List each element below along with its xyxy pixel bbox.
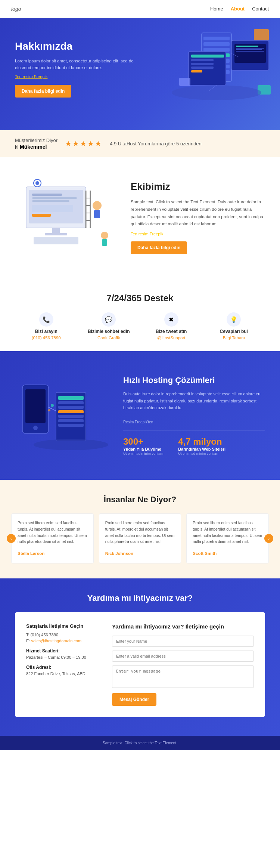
hero-content: Hakkımızda Lorem ipsum dolor sit amet, c… [15, 40, 142, 98]
testimonials-section: İnsanlar Ne Diyor? ‹ Proin sed libero en… [0, 480, 280, 578]
svg-rect-52 [58, 396, 84, 400]
contact-info-title: Satışlarla İletişime Geçin [26, 623, 101, 629]
rating-strong: Mükemmel [20, 144, 47, 150]
svg-rect-19 [236, 51, 264, 52]
team-illustration [15, 176, 119, 259]
svg-rect-2 [203, 42, 230, 46]
rating-stars: ★★★★★ [65, 139, 102, 148]
hours-value: Pazartesi – Cuma: 09:00 – 19:00 [26, 655, 101, 660]
support-item-phone: 📞 Bizi arayın (010) 456 7890 [15, 312, 78, 340]
message-input[interactable] [112, 665, 254, 688]
support-tweet-title: Bize tweet atın [144, 329, 199, 334]
svg-point-61 [48, 409, 50, 411]
nav-contact[interactable]: Contact [252, 6, 269, 12]
chat-icon: 💬 [102, 312, 116, 327]
nav-about[interactable]: About [231, 6, 245, 12]
nav-home[interactable]: Home [210, 6, 223, 12]
svg-rect-34 [45, 233, 67, 235]
support-tweet-sub: @HostSupport [144, 336, 199, 340]
svg-rect-20 [254, 29, 269, 40]
hosting-title: Hızlı Hosting Çözümleri [123, 376, 265, 385]
contact-email-link[interactable]: sales@ihostingdomain.com [31, 639, 81, 643]
hosting-illustration [15, 370, 112, 461]
team-section: Ekibimiz Sample text. Click to select th… [0, 157, 280, 278]
svg-rect-12 [191, 67, 214, 69]
svg-rect-11 [191, 63, 214, 65]
carousel-next-button[interactable]: › [264, 534, 273, 543]
testimonial-text-1: Proin sed libero enim sed faucibus turpi… [18, 520, 87, 545]
testimonial-author-1: Stella Larson [18, 550, 87, 557]
support-item-chat: 💬 Bizimle sohbet edin Canlı Grafik [78, 312, 140, 340]
svg-rect-3 [203, 48, 230, 52]
phone-icon: 📞 [39, 312, 53, 327]
team-title: Ekibimiz [131, 181, 265, 192]
stat-sites-label: Barındırılan Web Siteleri [178, 447, 225, 451]
support-item-kb: 💡 Cevapları bul Bilgi Tabanı [203, 312, 265, 340]
support-title: 7/24/365 Destek [15, 293, 265, 303]
contact-info: Satışlarla İletişime Geçin T: (010) 456 … [26, 623, 101, 706]
contact-email: E: sales@ihostingdomain.com [26, 639, 101, 643]
contact-form: Yardıma mı ihtiyacınız var? İletişime ge… [112, 623, 254, 706]
support-phone-title: Bizi arayın [19, 329, 74, 334]
navbar: logo Home About Contact [0, 0, 280, 18]
svg-rect-37 [94, 210, 100, 218]
team-description: Sample text. Click to select the Text El… [131, 198, 265, 228]
testimonials-title: İnsanlar Ne Diyor? [11, 495, 269, 504]
stat-growth-sub: Ut enim ad minim veniam [123, 451, 163, 455]
carousel-prev-button[interactable]: ‹ [7, 534, 16, 543]
stat-sites-sub: Ut enim ad minim veniam [178, 451, 225, 455]
contact-box: Satışlarla İletişime Geçin T: (010) 456 … [15, 612, 265, 717]
testimonial-card-1: Proin sed libero enim sed faucibus turpi… [11, 513, 94, 563]
rating-prefix: Müşterilerimiz Diyor [15, 138, 57, 143]
testimonial-card-3: Proin sed libero enim sed faucibus turpi… [186, 513, 269, 563]
svg-point-50 [33, 426, 38, 430]
support-items: 📞 Bizi arayın (010) 456 7890 💬 Bizimle s… [15, 312, 265, 340]
stat-sites: 4,7 milyon Barındırılan Web Siteleri Ut … [178, 436, 225, 455]
svg-point-36 [93, 201, 102, 210]
svg-rect-58 [58, 424, 84, 427]
testimonial-text-3: Proin sed libero enim sed faucibus turpi… [193, 520, 262, 545]
hosting-stats: 300+ Yıldan Yıla Büyüme Ut enim ad minim… [123, 436, 265, 455]
rating-score: 4.9 UltaHost Yorumlarına göre 5 üzerinde… [110, 141, 202, 146]
support-kb-title: Cevapları bul [206, 329, 262, 334]
name-input[interactable] [112, 636, 254, 647]
testimonial-card-2: Proin sed libero enim sed faucibus turpi… [99, 513, 181, 563]
hero-description: Lorem ipsum dolor sit amet, consectetur … [15, 58, 142, 71]
svg-rect-54 [58, 406, 84, 409]
hosting-content: Hızlı Hosting Çözümleri Duis aute irure … [123, 376, 265, 455]
stat-sites-num: 4,7 milyon [178, 436, 225, 447]
hero-freepik-link[interactable]: Ten resim Freepik [15, 74, 142, 79]
svg-rect-18 [236, 49, 262, 50]
rating-bar: Müşterilerimiz Diyor ki Mükemmel ★★★★★ 4… [0, 130, 280, 157]
support-phone-sub: (010) 456 7890 [19, 336, 74, 340]
svg-rect-15 [234, 44, 266, 63]
email-input[interactable] [112, 651, 254, 662]
nav-links: Home About Contact [210, 6, 269, 12]
svg-rect-45 [102, 239, 107, 246]
contact-phone: T: (010) 456 7890 [26, 633, 101, 637]
team-freepik-link[interactable]: Ten resim Freepik [131, 232, 265, 236]
address-title: Ofis Adresi: [26, 665, 101, 670]
svg-rect-10 [191, 59, 214, 61]
svg-rect-17 [236, 48, 264, 49]
svg-rect-13 [191, 70, 202, 72]
svg-rect-22 [179, 78, 190, 86]
footer-text: Sample text. Click to select the Text El… [11, 741, 269, 745]
svg-rect-28 [32, 194, 62, 196]
svg-rect-57 [58, 419, 84, 422]
hosting-description: Duis aute irure dolor in reprehenderit i… [123, 390, 265, 411]
support-chat-sub: Canlı Grafik [81, 336, 137, 340]
hero-cta-button[interactable]: Daha fazla bilgi edin [15, 85, 71, 98]
team-cta-button[interactable]: Daha fazla bilgi edin [131, 241, 187, 254]
hours-title: Hizmet Saatleri: [26, 648, 101, 654]
svg-point-47 [35, 181, 39, 185]
rating-label: Müşterilerimiz Diyor ki Mükemmel [15, 137, 57, 150]
footer: Sample text. Click to select the Text El… [0, 736, 280, 750]
testimonial-text-2: Proin sed libero enim sed faucibus turpi… [105, 520, 175, 545]
svg-rect-9 [191, 55, 224, 58]
hero-title: Hakkımızda [15, 40, 142, 52]
svg-rect-32 [32, 214, 51, 217]
hosting-divider [123, 430, 265, 430]
logo: logo [11, 6, 21, 12]
submit-button[interactable]: Mesaj Gönder [112, 693, 156, 706]
